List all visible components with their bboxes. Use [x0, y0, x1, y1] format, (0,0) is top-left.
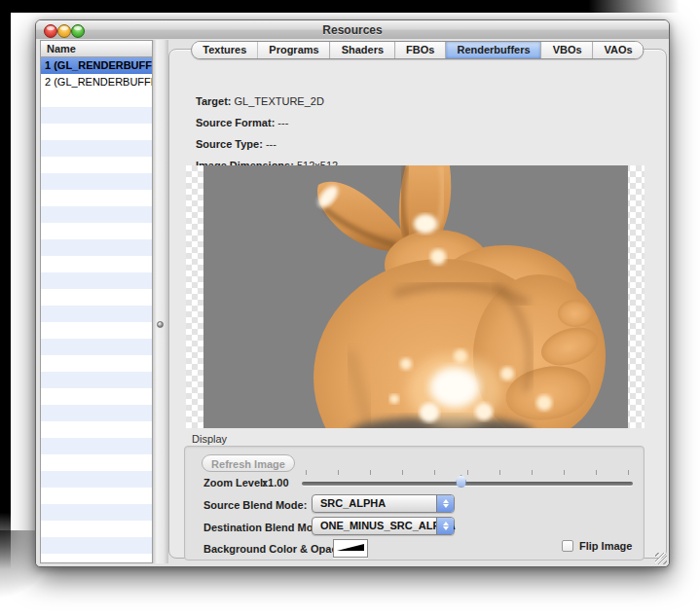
- slider-tick: [467, 470, 468, 475]
- display-group-box: Refresh Image Zoom Level: x1.00 Source B…: [184, 446, 645, 561]
- list-item-renderbuffer-1[interactable]: 1 (GL_RENDERBUFFE…: [41, 57, 152, 74]
- source-format-label: Source Format:: [196, 117, 275, 128]
- window-title: Resources: [36, 23, 669, 37]
- tab-fbos[interactable]: FBOs: [395, 42, 446, 58]
- slider-tick: [402, 470, 403, 475]
- zoom-level-value: x1.00: [262, 477, 289, 488]
- target-label: Target:: [196, 95, 231, 107]
- opacity-wedge-icon: [337, 543, 364, 554]
- source-format-line: Source Format: ---: [196, 117, 288, 128]
- source-blend-dropdown[interactable]: SRC_ALPHA: [312, 494, 455, 513]
- slider-tick: [338, 470, 339, 475]
- source-format-value: ---: [277, 117, 288, 128]
- bunny-render: [203, 165, 628, 428]
- slider-tick: [532, 470, 533, 475]
- tab-vaos[interactable]: VAOs: [594, 42, 644, 58]
- title-bar[interactable]: Resources: [36, 20, 669, 40]
- slider-tick: [628, 470, 629, 475]
- list-rows: 1 (GL_RENDERBUFFE…2 (GL_RENDERBUFFE…: [41, 57, 152, 90]
- resize-grip-icon[interactable]: [655, 553, 667, 564]
- list-header-name[interactable]: Name: [41, 41, 152, 57]
- tab-textures[interactable]: Textures: [192, 42, 258, 58]
- dest-blend-label: Destination Blend Mode:: [203, 522, 329, 533]
- zoom-level-label: Zoom Level:: [203, 477, 267, 488]
- tab-bar: TexturesProgramsShadersFBOsRenderbuffers…: [191, 41, 644, 59]
- tab-programs[interactable]: Programs: [258, 42, 330, 58]
- tab-vbos[interactable]: VBOs: [542, 42, 594, 58]
- backdrop-dark-left: [0, 0, 11, 569]
- flip-image-checkbox[interactable]: [562, 540, 573, 552]
- slider-tick: [434, 470, 435, 475]
- flip-image-label: Flip Image: [579, 540, 632, 552]
- resources-window: Resources Name 1 (GL_RENDERBUFFE…2 (GL_R…: [35, 19, 670, 567]
- dest-blend-value: ONE_MINUS_SRC_ALPHA: [320, 520, 456, 531]
- list-empty-stripes[interactable]: [41, 90, 152, 562]
- texture-preview-view[interactable]: [186, 165, 645, 428]
- source-blend-value: SRC_ALPHA: [320, 497, 386, 509]
- zoom-slider-track[interactable]: [302, 482, 633, 486]
- dest-blend-dropdown[interactable]: ONE_MINUS_SRC_ALPHA: [312, 517, 455, 535]
- source-type-label: Source Type:: [196, 138, 263, 150]
- splitter-dimple-icon: [157, 321, 164, 328]
- source-type-line: Source Type: ---: [196, 138, 276, 150]
- window-content: Name 1 (GL_RENDERBUFFE…2 (GL_RENDERBUFFE…: [36, 39, 669, 566]
- zoom-slider-thumb[interactable]: [456, 475, 466, 488]
- popup-arrows-icon: [436, 495, 454, 512]
- slider-tick: [370, 470, 371, 475]
- popup-arrows-icon: [436, 518, 454, 534]
- target-value: GL_TEXTURE_2D: [235, 95, 324, 107]
- backdrop-dark-top: [0, 0, 700, 13]
- resource-list: Name 1 (GL_RENDERBUFFE…2 (GL_RENDERBUFFE…: [40, 40, 153, 563]
- texture-image-bunny: [203, 165, 628, 428]
- slider-tick: [499, 470, 500, 475]
- slider-tick: [306, 470, 307, 475]
- list-item-renderbuffer-2[interactable]: 2 (GL_RENDERBUFFE…: [41, 74, 152, 90]
- slider-tick: [564, 470, 565, 475]
- source-type-value: ---: [266, 138, 276, 150]
- target-line: Target: GL_TEXTURE_2D: [196, 95, 324, 107]
- refresh-image-button[interactable]: Refresh Image: [202, 454, 295, 472]
- background-color-label: Background Color & Opacity:: [203, 543, 353, 555]
- background-color-well[interactable]: [333, 539, 368, 558]
- slider-tick: [596, 470, 597, 475]
- tab-renderbuffers[interactable]: Renderbuffers: [446, 42, 541, 58]
- source-blend-label: Source Blend Mode:: [203, 499, 307, 511]
- display-group-label: Display: [192, 433, 227, 445]
- splitter-handle[interactable]: [153, 40, 168, 563]
- tab-shaders[interactable]: Shaders: [331, 42, 395, 58]
